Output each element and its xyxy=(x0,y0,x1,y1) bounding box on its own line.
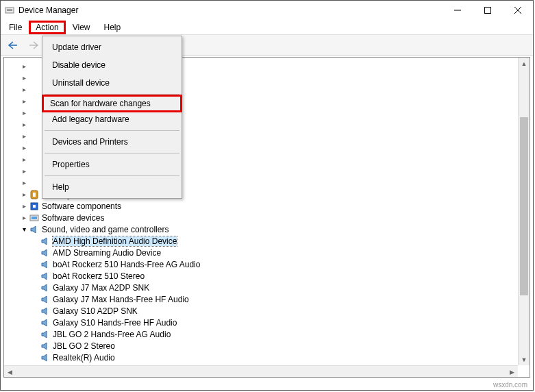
svg-rect-1 xyxy=(7,9,12,10)
tree-label: boAt Rockerz 510 Stereo xyxy=(53,271,145,281)
menubar: File Action View Help xyxy=(1,20,533,35)
svg-rect-4 xyxy=(485,8,491,14)
tree-row-sound-child[interactable]: Galaxy S10 A2DP SNK xyxy=(5,305,530,317)
window-controls xyxy=(443,1,533,20)
scroll-up-icon[interactable]: ▲ xyxy=(519,58,530,69)
menu-properties[interactable]: Properties xyxy=(44,156,180,173)
tree-row-sound-child[interactable]: Galaxy J7 Max A2DP SNK xyxy=(5,282,530,293)
tree-row-sound-child[interactable]: Galaxy J7 Max Hands-Free HF Audio xyxy=(5,293,530,305)
speaker-icon xyxy=(40,271,51,281)
maximize-button[interactable] xyxy=(473,1,503,20)
menu-separator xyxy=(45,153,179,154)
svg-rect-12 xyxy=(32,217,37,219)
speaker-icon xyxy=(29,225,40,234)
svg-rect-8 xyxy=(33,193,36,197)
menu-separator xyxy=(45,130,179,131)
chevron-right-icon[interactable]: ▸ xyxy=(19,74,29,82)
security-icon xyxy=(29,190,40,199)
scroll-left-icon[interactable]: ◀ xyxy=(4,366,16,378)
menu-uninstall-device[interactable]: Uninstall device xyxy=(44,74,180,92)
horizontal-scrollbar[interactable]: ◀ ▶ xyxy=(4,365,518,377)
speaker-icon xyxy=(40,260,51,269)
back-button[interactable] xyxy=(5,37,21,53)
vertical-scrollbar[interactable]: ▲ ▼ xyxy=(518,58,530,365)
tree-label: Galaxy S10 A2DP SNK xyxy=(53,306,138,316)
speaker-icon xyxy=(40,283,51,293)
component-icon xyxy=(29,201,40,211)
forward-button[interactable] xyxy=(25,37,42,53)
speaker-icon xyxy=(40,248,51,258)
speaker-icon xyxy=(40,318,51,328)
chevron-right-icon[interactable]: ▸ xyxy=(19,109,29,117)
software-device-icon xyxy=(29,213,40,223)
scroll-thumb[interactable] xyxy=(520,117,528,295)
tree-label: Galaxy J7 Max A2DP SNK xyxy=(53,283,149,293)
speaker-icon xyxy=(40,295,51,304)
tree-label: JBL GO 2 Stereo xyxy=(53,341,115,351)
device-manager-window: Device Manager File Action View Help xyxy=(0,0,534,391)
menu-view[interactable]: View xyxy=(66,21,97,34)
tree-label: Sound, video and game controllers xyxy=(42,225,169,234)
close-button[interactable] xyxy=(503,1,533,20)
tree-row-software-devices[interactable]: ▸ Software devices xyxy=(5,212,530,223)
svg-rect-10 xyxy=(33,205,36,208)
scroll-right-icon[interactable]: ▶ xyxy=(506,366,518,378)
watermark: wsxdn.com xyxy=(493,381,527,389)
speaker-icon xyxy=(40,341,51,351)
chevron-right-icon[interactable]: ▸ xyxy=(19,121,29,128)
speaker-icon xyxy=(40,330,51,339)
menu-update-driver[interactable]: Update driver xyxy=(44,38,180,56)
chevron-right-icon[interactable]: ▸ xyxy=(19,214,29,221)
chevron-right-icon[interactable]: ▸ xyxy=(19,167,29,175)
titlebar: Device Manager xyxy=(1,1,533,20)
tree-label: Software components xyxy=(42,201,121,211)
tree-row-sound-child[interactable]: AMD Streaming Audio Device xyxy=(5,247,530,258)
svg-rect-2 xyxy=(7,10,12,11)
menu-devices-printers[interactable]: Devices and Printers xyxy=(44,133,180,151)
chevron-down-icon[interactable]: ▾ xyxy=(19,225,29,233)
chevron-right-icon[interactable]: ▸ xyxy=(19,86,29,93)
tree-row-sound-child[interactable]: JBL GO 2 Stereo xyxy=(5,340,530,352)
speaker-icon xyxy=(40,353,51,363)
tree-label: JBL GO 2 Hands-Free AG Audio xyxy=(53,330,171,339)
menu-help-item[interactable]: Help xyxy=(44,178,180,196)
chevron-right-icon[interactable]: ▸ xyxy=(19,179,29,186)
tree-label: Galaxy S10 Hands-Free HF Audio xyxy=(53,318,177,328)
app-icon xyxy=(5,5,14,15)
speaker-icon xyxy=(40,306,51,316)
chevron-right-icon[interactable]: ▸ xyxy=(19,156,29,163)
action-menu: Update driver Disable device Uninstall d… xyxy=(42,36,182,199)
tree-row-sound-child[interactable]: Realtek(R) Audio xyxy=(5,352,530,363)
scroll-down-icon[interactable]: ▼ xyxy=(519,354,530,365)
chevron-right-icon[interactable]: ▸ xyxy=(19,144,29,151)
minimize-button[interactable] xyxy=(443,1,473,20)
menu-add-legacy[interactable]: Add legacy hardware xyxy=(44,110,180,128)
chevron-right-icon[interactable]: ▸ xyxy=(19,132,29,140)
tree-row-software-components[interactable]: ▸ Software components xyxy=(5,200,530,212)
tree-label: Realtek(R) Audio xyxy=(53,353,115,363)
tree-row-sound-category[interactable]: ▾ Sound, video and game controllers xyxy=(5,223,530,235)
chevron-right-icon[interactable]: ▸ xyxy=(19,202,29,210)
tree-row-sound-child[interactable]: AMD High Definition Audio Device xyxy=(5,235,530,247)
speaker-icon xyxy=(40,236,51,246)
tree-label: Software devices xyxy=(42,213,104,223)
menu-action[interactable]: Action xyxy=(29,21,65,34)
menu-help[interactable]: Help xyxy=(97,21,128,34)
menu-disable-device[interactable]: Disable device xyxy=(44,56,180,74)
window-title: Device Manager xyxy=(18,5,443,15)
tree-row-sound-child[interactable]: boAt Rockerz 510 Stereo xyxy=(5,270,530,282)
tree-label: AMD Streaming Audio Device xyxy=(53,248,161,258)
tree-label: Galaxy J7 Max Hands-Free HF Audio xyxy=(53,295,189,304)
chevron-right-icon[interactable]: ▸ xyxy=(19,97,29,105)
tree-label: AMD High Definition Audio Device xyxy=(53,236,177,246)
tree-row-sound-child[interactable]: Galaxy S10 Hands-Free HF Audio xyxy=(5,317,530,328)
chevron-right-icon[interactable]: ▸ xyxy=(19,62,29,70)
chevron-right-icon[interactable]: ▸ xyxy=(19,191,29,198)
tree-row-sound-child[interactable]: boAt Rockerz 510 Hands-Free AG Audio xyxy=(5,258,530,270)
tree-label: boAt Rockerz 510 Hands-Free AG Audio xyxy=(53,260,200,269)
tree-row-sound-child[interactable]: JBL GO 2 Hands-Free AG Audio xyxy=(5,328,530,340)
menu-file[interactable]: File xyxy=(2,21,29,34)
menu-separator xyxy=(45,175,179,176)
